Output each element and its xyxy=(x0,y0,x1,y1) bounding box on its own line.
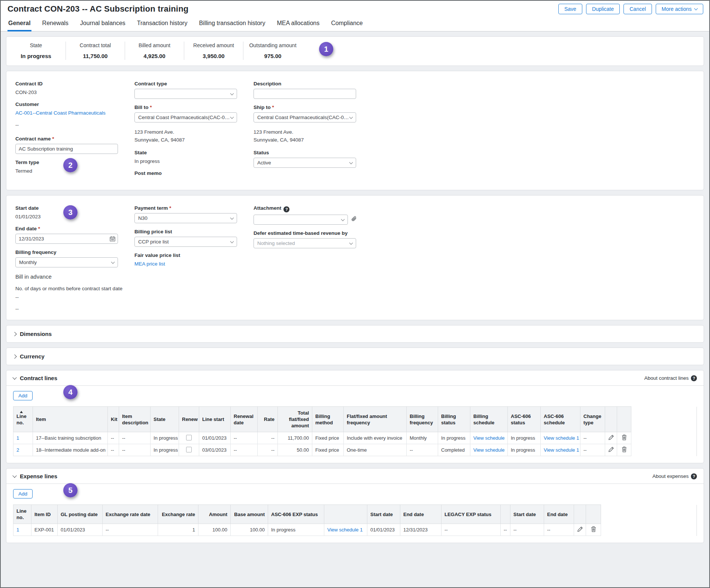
edit-pencil-icon[interactable] xyxy=(608,434,614,440)
cell-billing_frequency: -- xyxy=(407,444,438,456)
help-icon[interactable] xyxy=(283,206,289,212)
description-input[interactable] xyxy=(254,89,356,99)
cell-line_no: 1 xyxy=(13,524,31,536)
cell-legacy_exp_status: -- xyxy=(442,524,501,536)
currency-section-toggle[interactable]: Currency xyxy=(6,348,704,365)
chevron-down-icon xyxy=(111,260,115,264)
renew-checkbox[interactable] xyxy=(186,435,192,440)
dates-col-3: Attachment Defer estimated time-based re… xyxy=(254,205,373,312)
chevron-down-icon xyxy=(349,241,353,245)
tab-general[interactable]: General xyxy=(7,16,31,31)
line_no-link[interactable]: 1 xyxy=(16,527,19,533)
line_no-link[interactable]: 1 xyxy=(16,435,19,441)
help-icon xyxy=(691,473,697,479)
contract-type-label: Contract type xyxy=(134,81,247,87)
tab-bar: GeneralRenewalsJournal balancesTransacti… xyxy=(1,16,709,31)
cell-rate: -- xyxy=(258,432,278,444)
end-date-input[interactable] xyxy=(15,234,118,244)
billing_schedule-link[interactable]: View schedule xyxy=(473,435,505,441)
paperclip-icon[interactable] xyxy=(351,216,357,224)
save-button[interactable]: Save xyxy=(558,4,582,14)
more-actions-button[interactable]: More actions xyxy=(656,4,703,14)
about-contract-lines-link[interactable]: About contract lines xyxy=(644,375,697,381)
delete-trash-icon[interactable] xyxy=(591,526,596,532)
action-buttons: Save Duplicate Cancel More actions xyxy=(558,4,703,14)
duplicate-button[interactable]: Duplicate xyxy=(586,4,620,14)
tab-journal-balances[interactable]: Journal balances xyxy=(79,16,126,31)
dimensions-section-toggle[interactable]: Dimensions xyxy=(6,325,704,343)
callout-badge-3: 3 xyxy=(63,205,78,219)
col-header-start_date: Start date xyxy=(367,505,400,524)
tab-mea-allocations[interactable]: MEA allocations xyxy=(276,16,320,31)
billing-frequency-select[interactable]: Monthly xyxy=(15,257,118,267)
cell-change_type: -- xyxy=(580,444,605,456)
renew-checkbox[interactable] xyxy=(186,447,192,452)
edit-pencil-icon[interactable] xyxy=(577,526,583,532)
line_no-link[interactable]: 2 xyxy=(16,447,19,453)
tab-compliance[interactable]: Compliance xyxy=(330,16,363,31)
contract-lines-toggle[interactable]: Contract lines xyxy=(13,375,57,381)
edit-pencil-icon[interactable] xyxy=(608,446,614,452)
col-header-item_description: Item description xyxy=(119,407,151,432)
col-header-filler xyxy=(601,505,697,524)
cell-billing_method: Fixed price xyxy=(312,444,344,456)
expense-lines-toggle[interactable]: Expense lines xyxy=(13,473,57,479)
billing_schedule-link[interactable]: View schedule xyxy=(473,447,505,453)
status-select[interactable]: Active xyxy=(254,158,356,168)
cell-rate: -- xyxy=(258,444,278,456)
asc606_schedule-link[interactable]: View schedule 1 xyxy=(544,435,579,441)
contract-type-select[interactable] xyxy=(134,89,237,99)
general-col-2: Contract type Bill to Central Coast Phar… xyxy=(134,81,247,182)
mea-price-list-link[interactable]: MEA price list xyxy=(134,260,247,267)
col-header-line_start: Line start xyxy=(199,407,231,432)
cell-billing_schedule: View schedule xyxy=(470,432,508,444)
sort-asc-icon xyxy=(20,411,23,413)
col-header-item: Item xyxy=(33,407,108,432)
cell-flat_freq: One-time xyxy=(344,444,407,456)
cell-renew xyxy=(179,432,199,444)
delete-trash-icon[interactable] xyxy=(622,446,627,452)
schedule-link[interactable]: View schedule 1 xyxy=(327,527,362,533)
tab-renewals[interactable]: Renewals xyxy=(42,16,69,31)
col-header-exchange_rate_date: Exchange rate date xyxy=(103,505,158,524)
page-title: Contract CON-203 -- AC Subscription trai… xyxy=(7,4,188,14)
post-memo-label: Post memo xyxy=(134,170,247,176)
contract-name-input[interactable] xyxy=(15,144,118,154)
bill-to-select[interactable]: Central Coast Pharmaceuticals(CAC-001) xyxy=(134,112,237,122)
days-value-2: -- xyxy=(15,306,128,312)
tab-transaction-history[interactable]: Transaction history xyxy=(136,16,188,31)
about-expenses-link[interactable]: About expenses xyxy=(652,473,697,479)
cell-state: In progress xyxy=(151,444,179,456)
col-header-trash xyxy=(586,505,601,524)
attachment-select[interactable] xyxy=(254,215,348,225)
payment-term-select[interactable]: N30 xyxy=(134,213,237,223)
cell-asc606_status: In progress xyxy=(508,444,541,456)
cell-asc606_exp_status: In progress xyxy=(268,524,324,536)
col-header-total: Total flat/fixed amount xyxy=(278,407,312,432)
col-header-line_no[interactable]: Line no. xyxy=(13,407,33,432)
callout-badge-4: 4 xyxy=(63,385,78,399)
col-header-rate: Rate xyxy=(258,407,278,432)
help-icon xyxy=(691,375,697,381)
dates-billing-card: Start date 01/01/2023 3 End date Billing… xyxy=(6,195,704,320)
defer-revenue-select[interactable]: Nothing selected xyxy=(254,238,356,248)
chevron-down-icon xyxy=(12,375,16,379)
cell-billing_status: In progress xyxy=(438,432,470,444)
asc606_schedule-link[interactable]: View schedule 1 xyxy=(544,447,579,453)
customer-link[interactable]: AC-001--Central Coast Pharmaceuticals xyxy=(15,109,128,116)
expense-lines-add-button[interactable]: Add xyxy=(13,489,33,498)
col-header-legacy_exp_status: LEGACY EXP status xyxy=(442,505,501,524)
delete-trash-icon[interactable] xyxy=(622,434,627,440)
ship-to-select[interactable]: Central Coast Pharmaceuticals(CAC-001) xyxy=(254,112,356,122)
bill-to-address: 123 Fremont Ave. Sunnyvale, CA, 94087 xyxy=(134,128,247,144)
cancel-button[interactable]: Cancel xyxy=(623,4,652,14)
summary-stat-contract-total: Contract total11,750.00 xyxy=(66,42,125,60)
contract-lines-add-button[interactable]: Add xyxy=(13,391,33,400)
calendar-icon[interactable] xyxy=(110,236,115,243)
tab-billing-transaction-history[interactable]: Billing transaction history xyxy=(198,16,266,31)
general-info-card: Contract ID CON-203 Customer AC-001--Cen… xyxy=(6,71,704,190)
billing-price-list-select[interactable]: CCP price list xyxy=(134,237,237,247)
contract-name-label: Contract name xyxy=(15,136,128,142)
col-header-gl_posting_date: GL posting date xyxy=(58,505,103,524)
cell-item_id: EXP-001 xyxy=(31,524,58,536)
